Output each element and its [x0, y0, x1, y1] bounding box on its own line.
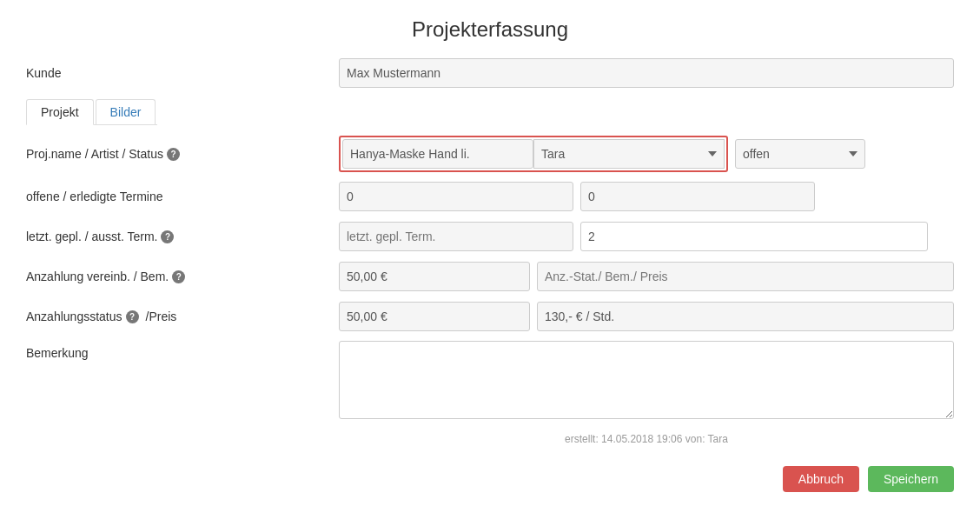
page-container: Projekterfassung Kunde Projekt Bilder Pr…: [0, 0, 980, 506]
offene-label: offene / erledigte Termine: [26, 190, 339, 203]
kunde-input[interactable]: [339, 58, 954, 88]
anzahlung-input[interactable]: [339, 262, 530, 291]
kunde-row: Kunde: [26, 57, 954, 89]
proj-name-label: Proj.name / Artist / Status ?: [26, 147, 339, 161]
letzt-fields: [339, 222, 954, 251]
tab-projekt[interactable]: Projekt: [26, 99, 94, 125]
anzstatus-row: Anzahlungsstatus ? /Preis: [26, 301, 954, 332]
created-text: erstellt: 14.05.2018 19:06 von: Tara: [339, 433, 954, 445]
preis-input[interactable]: [537, 302, 954, 331]
artist-select[interactable]: Tara: [533, 139, 725, 169]
letzt-row: letzt. gepl. / ausst. Term. ?: [26, 221, 954, 252]
anzstatus-help-icon[interactable]: ?: [126, 310, 139, 323]
bemerkung-label: Bemerkung: [26, 341, 339, 360]
status-select[interactable]: offen in Arbeit fertig: [735, 139, 865, 169]
anzstatus-label: Anzahlungsstatus ? /Preis: [26, 310, 339, 323]
termine-row: offene / erledigte Termine: [26, 181, 954, 212]
ausst-input[interactable]: [580, 222, 928, 251]
letzt-gepl-input[interactable]: [339, 222, 573, 251]
kunde-fields: [339, 58, 954, 88]
bemerkung-row: Bemerkung: [26, 341, 954, 419]
proj-name-fields: Tara offen in Arbeit fertig: [339, 136, 954, 172]
anzahlung-fields: [339, 262, 954, 291]
bemerkung-fields: [339, 341, 954, 419]
proj-name-row: Proj.name / Artist / Status ? Tara offen…: [26, 136, 954, 172]
footer-row: erstellt: 14.05.2018 19:06 von: Tara: [26, 428, 954, 457]
erledigte-input[interactable]: [580, 182, 815, 211]
letzt-help-icon[interactable]: ?: [161, 230, 174, 243]
tabs: Projekt Bilder: [26, 99, 157, 125]
kunde-label: Kunde: [26, 66, 339, 80]
bemerkung-textarea[interactable]: [339, 341, 954, 419]
anzahlung-label: Anzahlung vereinb. / Bem. ?: [26, 270, 339, 283]
page-title: Projekterfassung: [26, 17, 954, 42]
anzahlung-help-icon[interactable]: ?: [172, 270, 185, 283]
anzstatus-fields: [339, 302, 954, 331]
proj-name-input[interactable]: [342, 139, 533, 169]
tabs-row: Projekt Bilder: [26, 99, 954, 125]
tab-bilder[interactable]: Bilder: [96, 99, 156, 124]
button-row: Abbruch Speichern: [26, 466, 954, 492]
bem-input[interactable]: [537, 262, 954, 291]
anzstatus-input[interactable]: [339, 302, 530, 331]
anzahlung-row: Anzahlung vereinb. / Bem. ?: [26, 261, 954, 292]
termine-fields: [339, 182, 954, 211]
letzt-label: letzt. gepl. / ausst. Term. ?: [26, 230, 339, 243]
proj-artist-group: Tara: [339, 136, 728, 172]
cancel-button[interactable]: Abbruch: [783, 466, 859, 492]
proj-name-help-icon[interactable]: ?: [167, 148, 180, 161]
save-button[interactable]: Speichern: [868, 466, 954, 492]
offene-input[interactable]: [339, 182, 573, 211]
